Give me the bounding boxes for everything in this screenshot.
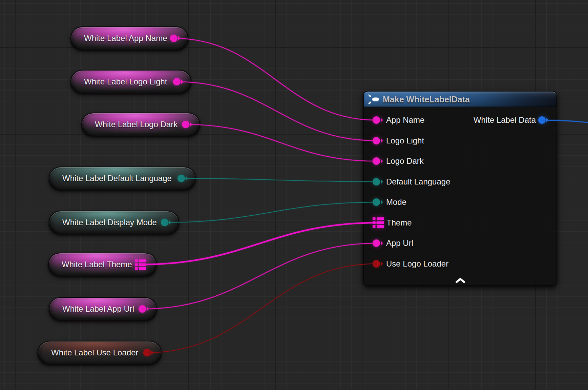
var-theme-pin[interactable] (135, 259, 146, 270)
variable-node-label: White Label Logo Light (84, 77, 167, 86)
in-logo-dark-pin[interactable] (373, 157, 383, 165)
input-pin-label: Theme (386, 218, 412, 228)
input-pin-label: Logo Dark (386, 156, 424, 166)
var-app-url-pin[interactable] (139, 305, 149, 313)
in-default-language-pin[interactable] (373, 177, 383, 186)
node-header[interactable]: Make WhiteLabelData (364, 92, 556, 107)
variable-node-app-name[interactable]: White Label App Name (70, 26, 188, 50)
variable-node-logo-light[interactable]: White Label Logo Light (70, 70, 191, 94)
wire-var-app-name-to-in-app-name[interactable] (174, 38, 376, 120)
input-pin-label: Logo Light (386, 136, 424, 145)
wire-var-app-url-to-in-app-url[interactable] (142, 243, 376, 309)
var-logo-light-pin[interactable] (173, 77, 184, 86)
output-pin-row-white-label-data: White Label Data (474, 110, 549, 131)
variable-node-display-mode[interactable]: White Label Display Mode (49, 211, 179, 234)
wire-glow (186, 124, 376, 161)
wire-glow (142, 243, 376, 309)
var-display-mode-pin[interactable] (161, 218, 172, 227)
node-body: App NameLogo LightLogo DarkDefault Langu… (364, 107, 556, 274)
wire-var-default-language-to-in-default-language[interactable] (181, 178, 376, 182)
input-pin-label: Mode (386, 197, 406, 207)
input-pin-row-app-url: App Url (364, 233, 556, 254)
in-app-name-pin[interactable] (373, 116, 383, 124)
input-pin-row-default-language: Default Language (364, 172, 556, 192)
wire-glow (165, 202, 376, 222)
blueprint-graph-canvas[interactable]: White Label App NameWhite Label Logo Lig… (0, 0, 588, 390)
wire-var-logo-light-to-in-logo-light[interactable] (177, 82, 376, 141)
input-pin-row-logo-light: Logo Light (364, 131, 556, 151)
variable-node-label: White Label Default Language (62, 174, 172, 183)
wire-var-logo-dark-to-in-logo-dark[interactable] (186, 124, 376, 161)
node-title: Make WhiteLabelData (383, 95, 470, 104)
variable-node-label: White Label Logo Dark (95, 120, 177, 129)
variable-node-app-url[interactable]: White Label App Url (49, 297, 157, 321)
var-use-loader-pin[interactable] (143, 348, 154, 357)
variable-node-theme[interactable]: White Label Theme (48, 253, 157, 276)
wire-glow (181, 178, 376, 182)
var-app-name-pin[interactable] (170, 34, 181, 43)
in-logo-light-pin[interactable] (373, 136, 383, 145)
input-pin-row-logo-dark: Logo Dark (364, 151, 556, 172)
wire-var-display-mode-to-in-mode[interactable] (165, 202, 376, 222)
make-whitelabeldata-node[interactable]: Make WhiteLabelDataApp NameLogo LightLog… (363, 91, 557, 286)
variable-node-default-language[interactable]: White Label Default Language (49, 167, 196, 190)
var-logo-dark-pin[interactable] (182, 120, 193, 129)
input-pin-label: Default Language (386, 177, 450, 187)
make-struct-icon (368, 94, 379, 104)
variable-node-label: White Label Theme (62, 260, 132, 269)
input-pin-row-use-logo-loader: Use Logo Loader (364, 254, 556, 274)
input-pin-label: App Name (386, 115, 424, 125)
in-mode-pin[interactable] (373, 198, 383, 207)
input-pin-row-theme: Theme (364, 213, 556, 233)
variable-node-label: White Label App Url (62, 304, 134, 314)
out-white-label-data-pin[interactable] (538, 116, 549, 124)
variable-node-label: White Label Display Mode (62, 218, 157, 227)
output-pin-label: White Label Data (474, 115, 536, 125)
variable-node-label: White Label App Name (84, 34, 167, 43)
in-app-url-pin[interactable] (373, 239, 383, 248)
var-default-language-pin[interactable] (177, 174, 188, 183)
wire-glow (174, 38, 376, 120)
input-pin-label: Use Logo Loader (386, 259, 448, 269)
wire-glow (177, 82, 376, 141)
input-pin-label: App Url (386, 238, 413, 248)
input-pin-row-mode: Mode (364, 192, 556, 213)
wire-var-use-loader-to-in-use-logo-loader[interactable] (147, 264, 376, 353)
variable-node-logo-dark[interactable]: White Label Logo Dark (81, 113, 200, 136)
wire-glow (147, 264, 376, 353)
in-use-logo-loader-pin[interactable] (373, 259, 383, 268)
in-theme-pin[interactable] (373, 217, 384, 228)
variable-node-label: White Label Use Loader (51, 348, 138, 357)
variable-node-use-loader[interactable]: White Label Use Loader (38, 341, 162, 365)
collapse-node-chevron-up-icon[interactable] (455, 278, 465, 283)
